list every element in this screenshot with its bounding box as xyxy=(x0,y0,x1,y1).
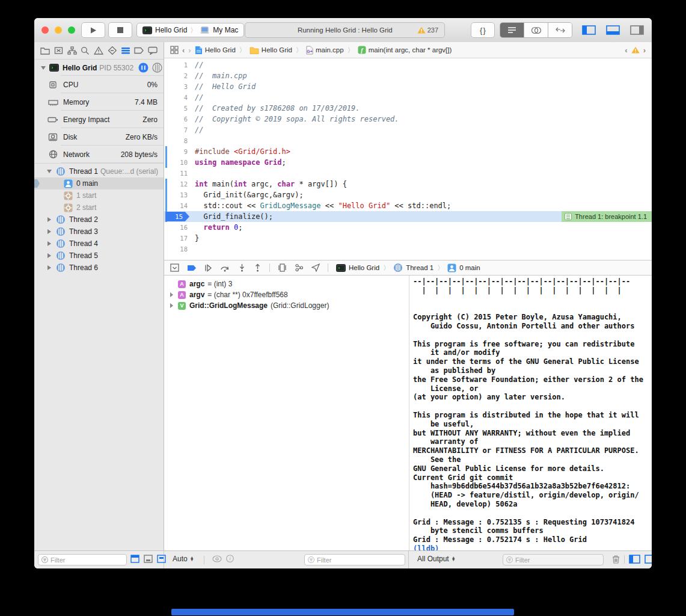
line-number[interactable]: 6 xyxy=(164,114,191,125)
line-number[interactable]: 9 xyxy=(164,146,191,157)
disclosure-triangle-icon[interactable] xyxy=(47,241,51,246)
zoom-window-button[interactable] xyxy=(68,26,75,34)
debug-crumb[interactable]: Hello Grid xyxy=(336,264,379,272)
console-filter-input[interactable]: Filter xyxy=(503,554,604,565)
scheme-selector[interactable]: Hello Grid 〉 My Mac xyxy=(136,23,244,37)
thread-row[interactable]: Thread 5 xyxy=(34,250,164,262)
previous-issue-button[interactable]: ‹ xyxy=(625,46,627,55)
line-number[interactable]: 11 xyxy=(164,168,191,179)
debug-crumb[interactable]: 0 main xyxy=(447,263,480,273)
variables-filter-input[interactable]: Filter xyxy=(304,554,405,565)
stack-frame-row[interactable]: 2 start xyxy=(34,202,164,214)
disclosure-triangle-icon[interactable] xyxy=(170,303,173,308)
stack-frame-row[interactable]: 0 main xyxy=(34,177,164,189)
warning-count-badge[interactable]: 237 xyxy=(417,26,444,34)
step-over-icon[interactable] xyxy=(220,264,230,272)
line-number[interactable]: 3 xyxy=(164,81,191,92)
code-line-5[interactable]: 5// Created by s1786208 on 17/03/2019. xyxy=(164,103,652,114)
line-number[interactable]: 4 xyxy=(164,92,191,103)
assistant-editor-button[interactable] xyxy=(524,23,548,37)
code-line-2[interactable]: 2// main.cpp xyxy=(164,70,652,81)
debug-crumb[interactable]: Thread 1 xyxy=(393,263,433,273)
gauge-row-network[interactable]: Network208 bytes/s xyxy=(34,146,164,163)
code-line-16[interactable]: 16 return 0; xyxy=(164,222,652,233)
code-line-14[interactable]: 14 std::cout << GridLogMessage << "Hello… xyxy=(164,200,652,211)
version-editor-button[interactable] xyxy=(548,23,572,37)
code-line-11[interactable]: 11 xyxy=(164,168,652,179)
source-editor[interactable]: 1//2// main.cpp3// Hello Grid4//5// Crea… xyxy=(164,58,652,260)
line-number[interactable]: 8 xyxy=(164,135,191,146)
code-line-17[interactable]: 17} xyxy=(164,233,652,244)
gauge-row-cpu[interactable]: CPU0% xyxy=(34,76,164,93)
line-number[interactable]: 5 xyxy=(164,103,191,114)
line-number[interactable]: 7 xyxy=(164,125,191,135)
line-number[interactable]: 12 xyxy=(164,179,191,189)
run-button[interactable] xyxy=(81,22,105,38)
memory-graph-icon[interactable] xyxy=(295,263,304,272)
jump-bar-item[interactable]: fmain(int argc, char * argv[]) xyxy=(358,46,452,54)
library-button[interactable]: { } xyxy=(471,22,495,38)
project-navigator-icon[interactable] xyxy=(40,46,50,55)
quick-look-button[interactable] xyxy=(212,555,222,562)
pause-process-icon[interactable] xyxy=(138,63,149,73)
jump-bar-item[interactable]: G+main.cpp xyxy=(306,46,344,55)
disclosure-triangle-icon[interactable] xyxy=(47,229,51,234)
line-number[interactable]: 14 xyxy=(164,200,191,211)
code-line-13[interactable]: 13 Grid_init(&argc,&argv); xyxy=(164,189,652,200)
line-number[interactable]: 2 xyxy=(164,70,191,81)
breakpoint-navigator-icon[interactable] xyxy=(134,47,144,54)
toggle-navigator-button[interactable] xyxy=(578,25,599,35)
disclosure-triangle-icon[interactable] xyxy=(47,265,51,270)
back-button[interactable]: ‹ xyxy=(182,46,185,55)
disclosure-triangle-icon[interactable] xyxy=(170,292,173,297)
code-line-18[interactable]: 18 xyxy=(164,244,652,254)
gauge-row-disk[interactable]: DiskZero KB/s xyxy=(34,128,164,146)
thread-row[interactable]: Thread 6 xyxy=(34,262,164,274)
toggle-inspectors-button[interactable] xyxy=(626,25,647,35)
thread-row[interactable]: Thread 3 xyxy=(34,226,164,238)
line-number[interactable]: 15 xyxy=(164,211,191,222)
disclosure-triangle-icon[interactable] xyxy=(47,170,52,173)
stop-button[interactable] xyxy=(108,22,132,38)
line-number[interactable]: 10 xyxy=(164,157,191,168)
simulate-location-icon[interactable] xyxy=(311,263,320,272)
variable-row[interactable]: Aargv= (char **) 0x7ffeefbff568 xyxy=(164,289,409,300)
line-number[interactable]: 16 xyxy=(164,222,191,233)
process-row[interactable]: Hello Grid PID 55302 xyxy=(34,60,164,76)
code-line-7[interactable]: 7// xyxy=(164,125,652,135)
clear-console-button[interactable] xyxy=(612,555,620,564)
code-line-4[interactable]: 4// xyxy=(164,92,652,103)
search-icon[interactable] xyxy=(81,46,90,55)
breakpoint-annotation[interactable]: Thread 1: breakpoint 1.1 xyxy=(562,211,652,222)
continue-icon[interactable] xyxy=(204,264,212,272)
thread-row[interactable]: Thread 4 xyxy=(34,238,164,250)
hide-debug-area-icon[interactable] xyxy=(170,263,179,272)
minimize-window-button[interactable] xyxy=(55,26,62,34)
jump-bar-item[interactable]: Hello Grid xyxy=(195,46,236,55)
disclosure-triangle-icon[interactable] xyxy=(47,253,51,258)
variable-row[interactable]: VGrid::GridLogMessage(Grid::GridLogger) xyxy=(164,300,409,311)
code-line-3[interactable]: 3// Hello Grid xyxy=(164,81,652,92)
report-navigator-icon[interactable] xyxy=(148,46,158,55)
code-line-15[interactable]: 15 Grid_finalize();Thread 1: breakpoint … xyxy=(164,211,652,222)
show-variables-view-button[interactable] xyxy=(629,555,640,564)
code-line-12[interactable]: 12int main(int argc, char * argv[]) { xyxy=(164,179,652,189)
toggle-debug-area-button[interactable] xyxy=(602,25,623,35)
breakpoints-toggle-icon[interactable] xyxy=(187,265,197,271)
activity-viewer[interactable]: Running Hello Grid : Hello Grid 237 xyxy=(245,22,445,38)
filter-breakpoints-button[interactable] xyxy=(130,555,139,563)
code-line-6[interactable]: 6// Copyright © 2019 sopa. All rights re… xyxy=(164,114,652,125)
line-number[interactable]: 17 xyxy=(164,233,191,244)
step-into-icon[interactable] xyxy=(238,263,246,272)
jump-bar-item[interactable]: Hello Grid xyxy=(250,46,292,54)
thread-row[interactable]: Thread 2 xyxy=(34,214,164,226)
breakpoint-marker[interactable]: 15 xyxy=(165,212,189,221)
next-issue-button[interactable]: › xyxy=(643,46,646,55)
stack-frame-row[interactable]: 1 start xyxy=(34,189,164,202)
issue-navigator-icon[interactable] xyxy=(94,46,103,55)
show-console-view-button[interactable] xyxy=(645,555,652,564)
related-items-icon[interactable] xyxy=(170,46,179,54)
variables-scope-dropdown[interactable]: Auto ▲▼ xyxy=(173,555,194,563)
line-number[interactable]: 1 xyxy=(164,60,191,70)
console-scope-dropdown[interactable]: All Output ▲▼ xyxy=(417,555,456,563)
